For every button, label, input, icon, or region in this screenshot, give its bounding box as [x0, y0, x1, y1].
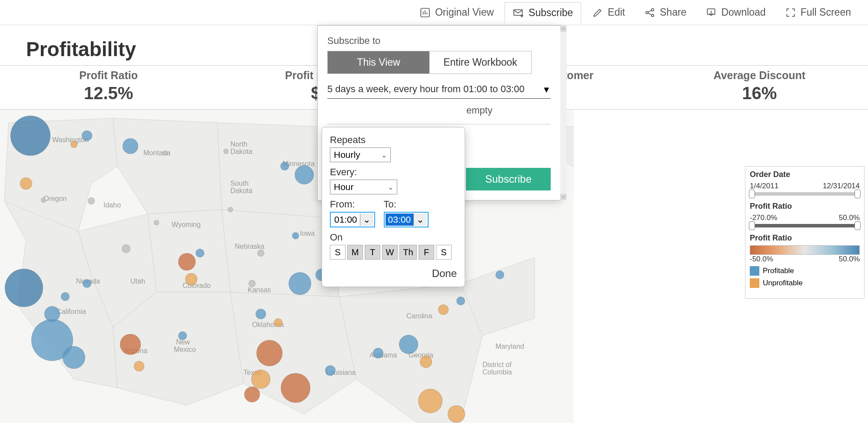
map-point[interactable] [185, 273, 197, 285]
map-point[interactable] [5, 269, 43, 307]
slider-handle-left[interactable] [749, 190, 755, 198]
slider-handle-right[interactable] [855, 221, 861, 230]
done-button[interactable]: Done [330, 267, 457, 280]
profit-ratio-slider[interactable] [750, 224, 860, 227]
scroll-down-icon[interactable] [560, 194, 566, 200]
download-icon [705, 7, 717, 18]
map-point[interactable] [70, 141, 77, 148]
map-point[interactable] [438, 304, 449, 315]
map-point[interactable] [20, 177, 32, 190]
download-button[interactable]: Download [697, 2, 774, 23]
day-w-button[interactable]: W [382, 245, 398, 260]
original-view-button[interactable]: Original View [411, 2, 502, 23]
order-date-filter[interactable]: Order Date 1/4/2011 12/31/2014 [750, 170, 860, 196]
bar-chart-icon [419, 7, 431, 18]
subscribe-button[interactable]: Subscribe [505, 2, 581, 23]
svg-text:Iowa: Iowa [300, 230, 315, 237]
map-point[interactable] [418, 389, 442, 413]
empty-hint: empty [466, 105, 551, 116]
schedule-dropdown[interactable]: 5 days a week, every hour from 01:00 to … [327, 82, 551, 99]
map-point[interactable] [83, 279, 91, 288]
map-point[interactable] [373, 348, 383, 358]
full-screen-button[interactable]: Full Screen [777, 2, 859, 23]
top-toolbar: Original View Subscribe Edit Share Downl… [0, 0, 868, 25]
panel-scrollbar[interactable] [560, 26, 566, 200]
from-label: From: [330, 199, 375, 210]
day-selector: SMTWThFS [330, 245, 457, 260]
gradient-max: 50.0% [839, 255, 860, 264]
map-point[interactable] [420, 356, 432, 368]
map-point[interactable] [196, 249, 204, 257]
map-point[interactable] [41, 197, 46, 203]
schedule-popup: Repeats Hourly ⌄ Every: Hour ⌄ From: 01:… [322, 127, 465, 287]
map-point[interactable] [281, 373, 310, 403]
map-point[interactable] [223, 149, 229, 154]
scroll-up-icon[interactable] [560, 26, 566, 32]
swatch-orange [750, 278, 759, 288]
this-view-toggle[interactable]: This View [328, 51, 429, 73]
map-point[interactable] [120, 334, 141, 355]
edit-button[interactable]: Edit [584, 2, 633, 23]
divider [327, 124, 551, 124]
map-point[interactable] [44, 306, 60, 322]
day-t-button[interactable]: T [365, 245, 380, 260]
kpi-label: Profit Ratio [0, 69, 217, 82]
gradient-min: -50.0% [750, 255, 773, 264]
map-point[interactable] [178, 331, 187, 340]
map-point[interactable] [496, 270, 504, 279]
map-point[interactable] [82, 130, 92, 141]
day-s-button[interactable]: S [330, 245, 346, 260]
map-point[interactable] [244, 387, 260, 402]
from-time-select[interactable]: 01:00 ⌄ [330, 212, 375, 227]
repeats-label: Repeats [330, 134, 457, 146]
slider-handle-left[interactable] [749, 221, 755, 230]
map-point[interactable] [154, 220, 159, 225]
day-m-button[interactable]: M [347, 245, 363, 260]
entire-workbook-toggle[interactable]: Entire Workbook [429, 51, 531, 73]
map-point[interactable] [289, 272, 311, 295]
color-legend: Profit Ratio -50.0% 50.0% Profitable Unp… [750, 234, 860, 288]
on-label: On [330, 232, 457, 243]
svg-text:Maryland: Maryland [496, 343, 524, 350]
kpi-label: Average Discount [651, 69, 868, 82]
map-point[interactable] [257, 250, 264, 257]
map-point[interactable] [249, 280, 256, 287]
svg-text:South: South [230, 180, 249, 187]
map-point[interactable] [122, 244, 130, 253]
svg-text:California: California [57, 308, 86, 315]
map-point[interactable] [134, 361, 144, 371]
map-point[interactable] [163, 150, 168, 156]
map-point[interactable] [228, 207, 233, 212]
svg-text:Wyoming: Wyoming [172, 221, 201, 228]
svg-text:Carolina: Carolina [406, 312, 432, 320]
map-point[interactable] [61, 292, 70, 301]
map-point[interactable] [274, 318, 283, 327]
map-point[interactable] [256, 340, 283, 366]
map-point[interactable] [295, 165, 314, 184]
map-point[interactable] [63, 346, 85, 369]
share-button[interactable]: Share [636, 2, 695, 23]
every-select[interactable]: Hour ⌄ [330, 180, 397, 194]
map-point[interactable] [178, 253, 196, 270]
map-point[interactable] [448, 405, 465, 423]
profit-ratio-filter[interactable]: Profit Ratio -270.0% 50.0% [750, 202, 860, 227]
map-point[interactable] [399, 335, 418, 354]
order-date-slider[interactable] [750, 192, 860, 196]
map-point[interactable] [256, 309, 266, 319]
map-point[interactable] [456, 297, 465, 305]
slider-handle-right[interactable] [855, 190, 861, 198]
day-s-button[interactable]: S [436, 245, 452, 260]
map-point[interactable] [88, 197, 95, 204]
map-point[interactable] [292, 232, 299, 239]
share-label: Share [660, 7, 686, 18]
day-f-button[interactable]: F [419, 245, 434, 260]
day-th-button[interactable]: Th [399, 245, 417, 260]
map-point[interactable] [10, 116, 50, 156]
map-point[interactable] [251, 370, 270, 389]
map-point[interactable] [325, 365, 336, 376]
to-time-select[interactable]: 03:00 ⌄ [384, 212, 429, 227]
map-point[interactable] [280, 162, 289, 170]
repeats-select[interactable]: Hourly ⌄ [330, 147, 391, 162]
map-point[interactable] [123, 138, 138, 154]
subscribe-submit-button[interactable]: Subscribe [466, 168, 551, 190]
